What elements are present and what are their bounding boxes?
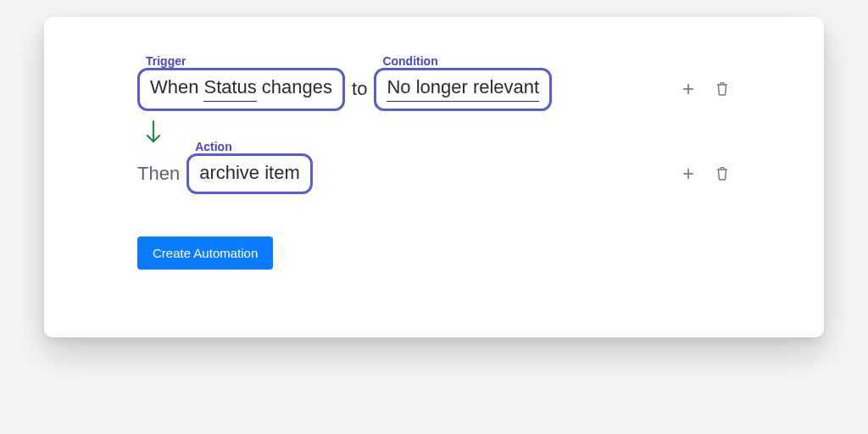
trigger-label: Trigger	[146, 54, 186, 68]
trigger-chip[interactable]: When Status changes	[137, 68, 345, 111]
action-value[interactable]: archive item	[199, 161, 300, 186]
then-text: Then	[137, 163, 180, 185]
add-icon[interactable]	[680, 81, 697, 97]
action-row: Then Action archive item	[137, 153, 731, 195]
condition-chip[interactable]: No longer relevant	[374, 68, 552, 111]
create-automation-button[interactable]: Create Automation	[137, 236, 273, 270]
arrow-down-icon	[144, 120, 731, 145]
action-chip[interactable]: archive item	[186, 153, 313, 195]
row1-actions	[680, 81, 731, 97]
trigger-prefix: When	[150, 75, 198, 100]
condition-label: Condition	[382, 54, 437, 68]
action-chip-wrap: Action archive item	[186, 153, 313, 195]
action-group: Then Action archive item	[137, 153, 313, 195]
trigger-condition-group: Trigger When Status changes to Condition…	[137, 68, 552, 111]
trigger-verb: changes	[262, 75, 332, 100]
row2-actions	[680, 165, 731, 182]
add-icon[interactable]	[680, 165, 697, 182]
condition-chip-wrap: Condition No longer relevant	[374, 68, 552, 111]
trigger-field[interactable]: Status	[203, 75, 256, 102]
condition-value[interactable]: No longer relevant	[387, 75, 539, 102]
connector-to: to	[350, 78, 369, 100]
trigger-chip-wrap: Trigger When Status changes	[137, 68, 345, 111]
trash-icon[interactable]	[714, 81, 731, 97]
action-label: Action	[195, 140, 232, 153]
trigger-condition-row: Trigger When Status changes to Condition…	[137, 68, 731, 111]
trash-icon[interactable]	[714, 165, 731, 182]
automation-builder-card: Trigger When Status changes to Condition…	[44, 17, 824, 337]
